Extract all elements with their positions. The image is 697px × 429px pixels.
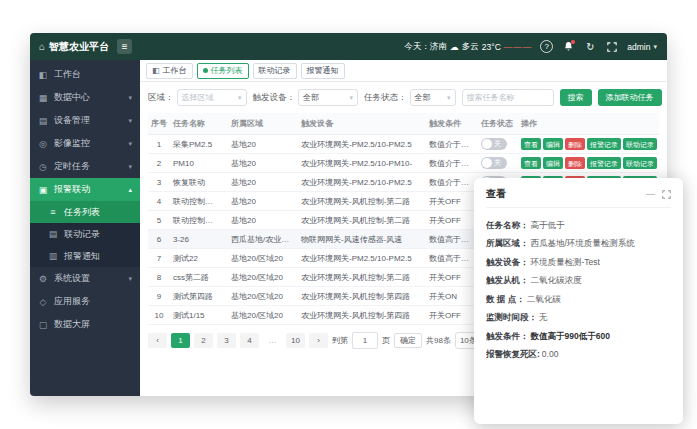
view-button[interactable]: 查看 (521, 157, 541, 169)
sidebar-subitem-label: 任务列表 (64, 206, 100, 219)
cell-actions: 查看编辑删除报警记录联动记录 (518, 154, 659, 173)
table-row: 1采集PM2.5基地20农业环境网关-PM2.5/10-PM2.5数值介于…关查… (148, 135, 659, 154)
sidebar-submenu: ≡任务列表▤联动记录▥报警通知 (30, 201, 140, 267)
user-menu[interactable]: admin ▾ (627, 42, 657, 52)
sidebar-subitem-linkage-record[interactable]: ▤联动记录 (30, 223, 140, 245)
modal-field-value: 二氧化碳 (527, 294, 561, 304)
sidebar-item-video-monitor[interactable]: ◎影像监控▾ (30, 132, 140, 155)
chevron-down-icon: ▾ (447, 94, 451, 102)
sidebar-toggle-icon[interactable]: ≡ (117, 39, 132, 54)
sidebar-item-label: 工作台 (54, 68, 81, 81)
alarm-record-button[interactable]: 报警记录 (587, 138, 621, 150)
minimize-icon[interactable]: — (646, 189, 655, 199)
edit-button[interactable]: 编辑 (543, 138, 563, 150)
bell-icon[interactable] (561, 40, 575, 54)
page-button-10[interactable]: 10 (286, 333, 305, 348)
task-name-search-input[interactable] (462, 89, 554, 106)
chevron-icon: ▾ (128, 94, 132, 102)
delete-button[interactable]: 删除 (565, 138, 585, 150)
app-title: 智慧农业平台 (49, 40, 109, 54)
table-row: 2PM10基地20农业环境网关-PM2.5/10-PM10-数值介于…关查看编辑… (148, 154, 659, 173)
sidebar-subitem-alarm-notice[interactable]: ▥报警通知 (30, 245, 140, 267)
tab-task-list[interactable]: 任务列表 (197, 63, 249, 79)
cell-condition: 数值介于… (426, 173, 478, 192)
page-button-3[interactable]: 3 (217, 333, 236, 348)
sidebar: ◧工作台▦数据中心▾▤设备管理▾◎影像监控▾◷定时任务▾▣报警联动▴≡任务列表▤… (30, 60, 140, 396)
alarm-linkage-icon: ▣ (38, 185, 48, 195)
edit-button[interactable]: 编辑 (543, 157, 563, 169)
delete-button[interactable]: 删除 (565, 157, 585, 169)
modal-field-value: 二氧化碳浓度 (531, 275, 582, 285)
linkage-record-button[interactable]: 联动记录 (623, 157, 657, 169)
logo-icon: ⌂ (39, 41, 45, 52)
sidebar-subitem-label: 联动记录 (64, 228, 100, 241)
sidebar-item-label: 设备管理 (54, 114, 90, 127)
view-dialog: 查看 — 任务名称：高于低于所属区域：西瓜基地/环境质量检测系统触发设备：环境质… (474, 178, 683, 424)
refresh-icon[interactable]: ↻ (583, 40, 597, 54)
status-toggle[interactable]: 关 (481, 138, 507, 150)
active-tab-dot (203, 68, 208, 73)
status-select[interactable]: 全部 ▾ (410, 89, 456, 106)
page-button-2[interactable]: 2 (194, 333, 213, 348)
cell-task-name: 测试第四路 (170, 287, 228, 306)
filter-device-label: 触发设备： (253, 92, 296, 104)
help-icon[interactable]: ? (540, 40, 553, 53)
dialog-title: 查看 (486, 187, 506, 201)
tab-alarm-notice[interactable]: 报警通知 (301, 63, 345, 79)
cell-device: 农业环境网关-PM2.5/10-PM10- (298, 154, 426, 173)
region-select[interactable]: 选择区域 ▾ (177, 89, 247, 106)
cell-task-name: 3-26 (170, 230, 228, 249)
tab-workbench[interactable]: ◧工作台 (146, 63, 193, 79)
weather-temperature: 23°C (482, 42, 501, 52)
linkage-record-button[interactable]: 联动记录 (623, 138, 657, 150)
cell-condition: 开关OFF (426, 192, 478, 211)
sidebar-menu: ◧工作台▦数据中心▾▤设备管理▾◎影像监控▾◷定时任务▾▣报警联动▴≡任务列表▤… (30, 63, 140, 336)
modal-field-value: 环境质量检测-Test (531, 257, 600, 267)
chevron-icon: ▾ (128, 163, 132, 171)
prev-page-button[interactable]: ‹ (148, 333, 167, 348)
linkage-record-icon: ▤ (48, 229, 58, 239)
tab-linkage-record[interactable]: 联动记录 (253, 63, 297, 79)
fullscreen-icon[interactable] (605, 40, 619, 54)
view-button[interactable]: 查看 (521, 138, 541, 150)
sidebar-item-timed-task[interactable]: ◷定时任务▾ (30, 155, 140, 178)
page-ellipsis: … (263, 333, 282, 348)
cell-task-name: 联动控制… (170, 211, 228, 230)
expand-icon[interactable] (662, 190, 671, 199)
cell-device: 农业环境网关-风机控制-第二路 (298, 211, 426, 230)
header-right: 今天：济南 ☁ 多云 23°C ——— ? ↻ admi (404, 40, 667, 54)
status-toggle[interactable]: 关 (481, 157, 507, 169)
next-page-button[interactable]: › (309, 333, 328, 348)
status-select-value: 全部 (415, 92, 431, 103)
search-button[interactable]: 搜索 (560, 89, 592, 106)
cell-index: 4 (148, 192, 170, 211)
cell-status: 关 (478, 135, 518, 154)
app-logo: ⌂ 智慧农业平台 (30, 40, 109, 54)
device-select[interactable]: 全部 ▾ (298, 89, 358, 106)
page-button-1[interactable]: 1 (171, 333, 190, 348)
jump-confirm-button[interactable]: 确定 (394, 333, 422, 348)
sidebar-item-label: 数据中心 (54, 91, 90, 104)
cell-task-name: 联动控制… (170, 192, 228, 211)
timed-task-icon: ◷ (38, 162, 48, 172)
sidebar-item-app-service[interactable]: ◇应用服务 (30, 290, 140, 313)
sidebar-subitem-task-list[interactable]: ≡任务列表 (30, 201, 140, 223)
sidebar-item-workbench[interactable]: ◧工作台 (30, 63, 140, 86)
sidebar-item-system-settings[interactable]: ⚙系统设置▾ (30, 267, 140, 290)
column-header: 所属区域 (228, 113, 298, 135)
sidebar-item-alarm-linkage[interactable]: ▣报警联动▴ (30, 178, 140, 201)
sidebar-item-data-screen[interactable]: ▢数据大屏 (30, 313, 140, 336)
jump-page-input[interactable] (352, 332, 378, 349)
modal-field-label: 触发条件： (486, 331, 529, 341)
page-button-4[interactable]: 4 (240, 333, 259, 348)
region-select-value: 选择区域 (182, 92, 214, 103)
tab-label: 工作台 (163, 65, 187, 76)
tab-label: 报警通知 (307, 65, 339, 76)
data-center-icon: ▦ (38, 93, 48, 103)
alarm-record-button[interactable]: 报警记录 (587, 157, 621, 169)
modal-field-label: 报警恢复死区: (486, 349, 540, 359)
sidebar-item-device-mgmt[interactable]: ▤设备管理▾ (30, 109, 140, 132)
sidebar-item-data-center[interactable]: ▦数据中心▾ (30, 86, 140, 109)
sidebar-item-label: 数据大屏 (54, 318, 90, 331)
add-linkage-task-button[interactable]: 添加联动任务 (598, 89, 662, 106)
